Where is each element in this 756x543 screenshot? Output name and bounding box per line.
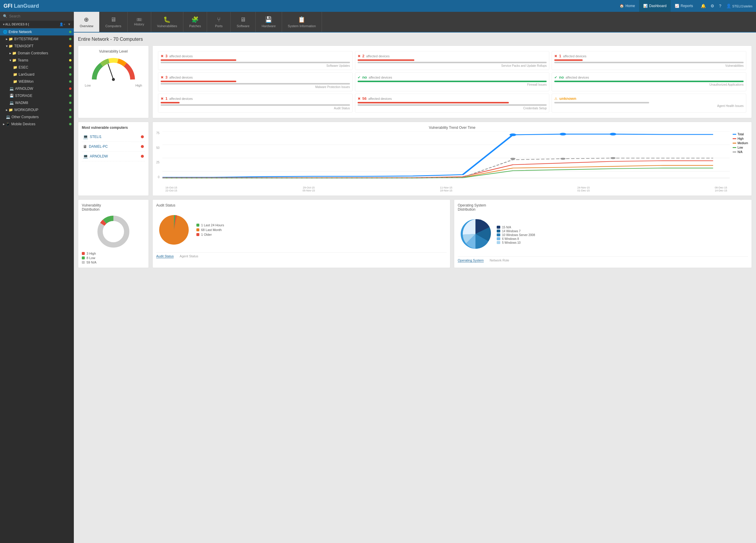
tab-hardware[interactable]: 💾 Hardware (256, 12, 282, 32)
svg-point-12 (610, 157, 615, 159)
tab-computers[interactable]: 🖥 Computers (100, 12, 128, 32)
affected-label: affected devices (169, 97, 193, 100)
gauge-svg (90, 56, 137, 84)
list-item[interactable]: 🖥 DANIEL-PC (82, 142, 145, 151)
sidebar-item-languard[interactable]: 📁 LanGuard (0, 71, 74, 78)
affected-label: affected devices (169, 76, 193, 79)
legend-item-na: 59 N/A (82, 260, 145, 264)
tab-vulnerabilities[interactable]: 🐛 Vulnerabilities (151, 12, 183, 32)
folder-icon: ▸ 📁 (6, 37, 13, 41)
sidebar-item-workgroup[interactable]: ▸ 📁 WORKGROUP (0, 106, 74, 113)
vulnerability-level-card: Vulnerability Level (78, 45, 149, 118)
tab-network-role[interactable]: Network Role (490, 258, 509, 262)
svg-point-7 (510, 133, 517, 136)
sidebar-item-wadm8[interactable]: 💻 WADM8 (0, 99, 74, 106)
status-bar (358, 59, 414, 61)
computer-name: ARNOLDW (90, 154, 141, 158)
nav-home[interactable]: 🏠 Home (615, 0, 639, 12)
severity-dot (141, 135, 144, 138)
status-sublabel: Malware Protection Issues (161, 85, 350, 89)
affected-label: affected devices (368, 97, 392, 100)
filter-icon[interactable]: ▼ (68, 22, 71, 26)
tab-os[interactable]: Operating System (458, 258, 484, 262)
status-dot (69, 59, 71, 61)
audit-status-title: Audit Status (156, 203, 447, 207)
list-item[interactable]: 💻 STELI1 (82, 132, 145, 142)
status-audit: ✖ 1 affected devices Audit Status (158, 94, 353, 112)
nav-reports[interactable]: 📈 Reports (671, 0, 697, 12)
sidebar-item-esec[interactable]: 📁 ESEC (0, 64, 74, 71)
tab-history[interactable]: 31 History (128, 12, 151, 32)
status-bar-bg (358, 104, 547, 106)
status-dot (69, 116, 71, 118)
svg-line-0 (108, 64, 113, 79)
legend-na: N/A (733, 150, 748, 154)
sidebar-item-entire-network[interactable]: 🌐 Entire Network (0, 28, 74, 35)
legend-24h: 1 Last 24 Hours (196, 223, 224, 227)
user-icon[interactable]: 👤 STELI1\stelim (726, 4, 752, 8)
status-bar (554, 81, 744, 82)
add-user-icon[interactable]: 👤+ (59, 22, 65, 26)
tab-patches[interactable]: 🧩 Patches (183, 12, 207, 32)
vuln-dist-legend: 3 High 8 Low 59 N/A (82, 252, 145, 264)
gear-icon[interactable]: ⚙ (711, 4, 714, 8)
status-count: 3 (165, 54, 167, 58)
folder-icon: ▸ 📁 (9, 51, 17, 55)
nav-dashboard[interactable]: 📊 Dashboard (639, 0, 671, 12)
tab-agent-status[interactable]: Agent Status (180, 254, 198, 258)
sidebar-item-storage[interactable]: 💾 STORAGE (0, 92, 74, 99)
status-dot (69, 94, 71, 97)
bell-icon[interactable]: 🔔 (701, 4, 706, 8)
list-item[interactable]: 💻 ARNOLDW (82, 151, 145, 161)
status-count: 1 (165, 96, 167, 101)
status-bar-bg (161, 83, 350, 84)
computer-icon: 💻 (9, 87, 14, 91)
help-icon[interactable]: ? (719, 4, 721, 8)
legend-older: 1 Older (196, 233, 224, 236)
audit-legend: 1 Last 24 Hours 68 Last Month 1 Older (196, 223, 224, 236)
tab-system-information[interactable]: 📋 System Information (282, 12, 322, 32)
status-count: no (559, 75, 564, 79)
status-count: unknown (559, 96, 576, 101)
sidebar-item-bytestream[interactable]: ▸ 📁 BYTESTREAM (0, 35, 74, 43)
computer-icon: 💻 (6, 115, 10, 119)
error-icon: ✖ (161, 75, 164, 79)
ports-icon: ⑂ (217, 16, 221, 23)
header-icons: 👤+ ▼ (59, 22, 71, 26)
sidebar-item-arnoldw[interactable]: 💻 ARNOLDW (0, 85, 74, 92)
audit-pie-svg (156, 212, 192, 247)
check-icon: ✔ (554, 75, 557, 79)
sidebar-item-domain-controllers[interactable]: ▸ 📁 Domain Controllers (0, 50, 74, 57)
sidebar-item-other-computers[interactable]: 💻 Other Computers (0, 113, 74, 120)
legend-low: Low (733, 146, 748, 149)
history-badge: 31 (136, 18, 142, 21)
legend-na: 15 N/A (497, 226, 535, 229)
tab-ports[interactable]: ⑂ Ports (207, 12, 231, 32)
status-bar-bg (358, 62, 547, 63)
software-icon: 🖥 (240, 16, 246, 23)
status-sublabel: Credentials Setup (358, 107, 547, 110)
app-logo: GFI LanGuard (4, 3, 39, 9)
status-unauthorized-apps: ✔ no affected devices Unauthorized Appli… (552, 72, 746, 91)
os-bottom-tabs: Operating System Network Role (458, 256, 748, 262)
search-input[interactable] (9, 14, 71, 18)
tab-audit-status[interactable]: Audit Status (156, 254, 174, 258)
status-dot (69, 102, 71, 104)
error-icon: ✖ (161, 97, 164, 101)
legend-high: High (733, 137, 748, 140)
tab-overview[interactable]: ⊕ Overview (74, 12, 100, 32)
y-axis: 75 50 25 0 (156, 131, 159, 185)
sidebar-item-mobile-devices[interactable]: ▸ 📱 Mobile Devices (0, 120, 74, 128)
os-dist-title: Operating SystemDistribution (458, 203, 748, 211)
svg-point-10 (510, 158, 515, 160)
legend-month: 68 Last Month (196, 228, 224, 231)
warn-icon: ⚠ (554, 97, 558, 101)
status-bar (161, 102, 180, 103)
tab-software[interactable]: 🖥 Software (231, 12, 255, 32)
sidebar-item-teams[interactable]: ▾ 📁 Teams (0, 57, 74, 64)
sidebar-item-webmon[interactable]: 📁 WEBMon (0, 78, 74, 85)
legend-win7: 14 Windows 7 (497, 229, 535, 233)
trend-chart-card: Vulnerability Trend Over Time 75 50 25 0 (152, 122, 752, 196)
vuln-dist-title: VulnerabilityDistribution (82, 203, 145, 211)
sidebar-item-temasoft[interactable]: ▾ 📁 TEMASOFT (0, 43, 74, 50)
